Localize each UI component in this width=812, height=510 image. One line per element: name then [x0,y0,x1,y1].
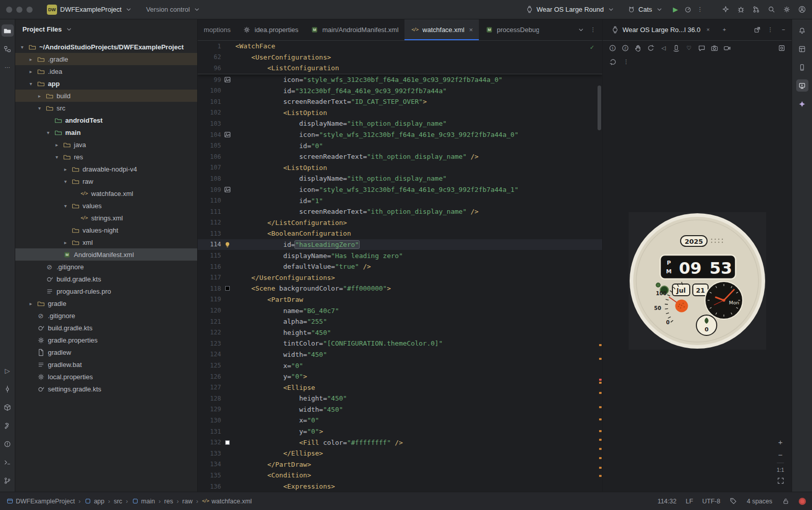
tab-options-icon[interactable]: ⋮ [589,26,597,34]
tool-project[interactable] [2,24,14,37]
tree-item-androidtest[interactable]: androidTest [15,114,197,126]
code-line-132[interactable]: 132 <Fill color="#ffffffff" /> [198,437,602,448]
tool-commit[interactable] [2,383,14,395]
tool-layout-inspector[interactable] [796,43,808,55]
tool-packages[interactable] [2,401,14,413]
hide-panel-icon[interactable]: − [779,26,788,34]
tool-camera[interactable] [709,42,720,54]
chevron-down-icon[interactable]: ▾ [62,203,69,209]
chevron-down-icon[interactable]: ▾ [27,81,35,87]
editor-tab-moptions[interactable]: moptions [198,19,237,40]
tool-notifications-sim[interactable] [696,42,708,54]
settings-icon[interactable] [782,6,791,14]
profile-avatar[interactable] [798,6,806,14]
close-icon[interactable]: × [704,26,712,34]
code-line-99[interactable]: 99 icon="style_wfs_312c30bf_f64a_461e_9c… [198,74,602,86]
warning-stripe-mark[interactable] [599,430,602,432]
minimize-window-button[interactable] [16,7,22,13]
code-line-135[interactable]: 135 <Condition> [198,470,602,481]
code-line-102[interactable]: 102 <ListOption [198,107,602,119]
chevron-right-icon[interactable]: ▸ [53,142,61,148]
tree-item-src[interactable]: ▾src [15,102,197,114]
warning-stripe-mark[interactable] [599,392,602,394]
tool-device-manager[interactable] [796,61,808,73]
tree-item-gradlew[interactable]: gradlew [15,346,197,358]
tool-gemini[interactable] [796,98,808,110]
close-tab-icon[interactable]: × [469,26,473,34]
tool-button-2[interactable]: 2 [619,42,631,54]
code-line-124[interactable]: 124 width="450" [198,349,602,360]
breadcrumb-item-res[interactable]: res [164,498,173,505]
tool-notifications[interactable] [796,24,808,37]
code-line-128[interactable]: 128 height="450" [198,393,602,404]
code-line-117[interactable]: 117 </UserConfigurations> [198,272,602,283]
code-line-96[interactable]: 96 <ListConfiguration [198,63,602,74]
tool-palm[interactable] [632,42,644,54]
editor-tab-main-androidmanifest.xml[interactable]: Mmain/AndroidManifest.xml [305,19,405,40]
zoom-fit-icon[interactable] [776,476,784,485]
chevron-right-icon[interactable]: ▸ [36,93,43,99]
warning-stripe-mark[interactable] [599,475,602,477]
warning-stripe-mark[interactable] [599,406,602,408]
warning-stripe-mark[interactable] [599,457,602,459]
warning-stripe-mark[interactable] [599,418,602,420]
project-panel-header[interactable]: Project Files [15,19,197,39]
breadcrumb-item-dwfexampleproject[interactable]: DWFExampleProject [6,498,75,505]
readonly-toggle-icon[interactable] [781,497,790,505]
code-line-119[interactable]: 119 <PartDraw [198,294,602,305]
color-swatch-white[interactable] [224,439,231,446]
code-line-118[interactable]: 118 <Scene backgroundColor="#ff000000"> [198,283,602,294]
editor-scrollbar[interactable] [598,86,601,130]
chevron-down-icon[interactable]: ▾ [36,105,43,111]
code-line-1[interactable]: 1<WatchFace [198,41,602,52]
open-in-window-icon[interactable] [753,26,761,34]
tree-item-build.gradle.kts[interactable]: build.gradle.kts [15,322,197,334]
tree-item-strings.xml[interactable]: </>strings.xml [15,212,197,224]
code-line-106[interactable]: 106 screenReaderText="ith_option_display… [198,151,602,162]
indent-setting[interactable]: 4 spaces [747,498,772,505]
warning-stripe-mark[interactable] [599,382,602,384]
tree-item-.gitignore[interactable]: ⊘.gitignore [15,309,197,322]
tree-item-watchface.xml[interactable]: </>watchface.xml [15,187,197,200]
code-line-123[interactable]: 123 tintColor="[CONFIGURATION.themeColor… [198,338,602,349]
code-line-108[interactable]: 108 displayName="ith_option_display_name… [198,173,602,184]
code-line-121[interactable]: 121 alpha="255" [198,316,602,327]
chevron-down-icon[interactable]: ▾ [53,154,61,160]
add-device-tab-button[interactable]: + [720,26,728,34]
search-icon[interactable] [767,6,775,14]
tool-rotate[interactable] [645,42,657,54]
caret-position[interactable]: 114:32 [658,498,676,505]
tool-run[interactable]: ▷ [2,364,14,377]
code-line-129[interactable]: 129 width="450" [198,404,602,415]
tree-item-res[interactable]: ▾res [15,151,197,163]
tool-heart-rate[interactable]: ♡ [683,42,695,54]
code-line-113[interactable]: 113 <BooleanConfiguration [198,228,602,239]
tag-indicator-icon[interactable] [729,497,738,505]
code-line-136[interactable]: 136 <Expressions> [198,481,602,492]
zoom-out-button[interactable]: − [775,450,786,459]
tree-item-androidstudioprojectsdwfexampleproject[interactable]: ▾~/AndroidStudioProjects/DWFExampleProje… [15,41,197,53]
tool-reset-view[interactable] [607,55,619,68]
line-ending[interactable]: LF [686,498,693,505]
tree-item-local.properties[interactable]: local.properties [15,371,197,383]
tree-item-app[interactable]: ▾app [15,77,197,90]
tree-item-raw[interactable]: ▾raw [15,175,197,187]
code-line-122[interactable]: 122 height="450" [198,327,602,338]
tree-item-.gitignore[interactable]: ⊘.gitignore [15,261,197,273]
tool-terminal[interactable] [2,456,14,468]
encoding[interactable]: UTF-8 [702,498,720,505]
code-line-101[interactable]: 101 screenReaderText="ID_CAT_STEP_OVER"> [198,96,602,107]
code-line-100[interactable]: 100 id="312c30bf_f64a_461e_9c93_992f2fb7… [198,85,602,96]
chevron-right-icon[interactable]: ▸ [62,240,69,245]
studio-bot-icon[interactable] [721,6,729,14]
tab-list-icon[interactable] [577,26,585,34]
bug-report-icon[interactable] [737,6,745,14]
window-controls[interactable] [6,7,33,13]
run-configuration-selector[interactable]: Cats [623,4,667,16]
device-selector[interactable]: Wear OS Large Round [521,4,619,16]
tree-item-values-night[interactable]: values-night [15,224,197,236]
warning-stripe-mark[interactable] [599,448,602,450]
tree-item-gradle[interactable]: ▸gradle [15,297,197,309]
breadcrumb-item-watchface.xml[interactable]: </>watchface.xml [202,498,252,505]
tool-more-device[interactable]: ⋮ [620,55,632,68]
